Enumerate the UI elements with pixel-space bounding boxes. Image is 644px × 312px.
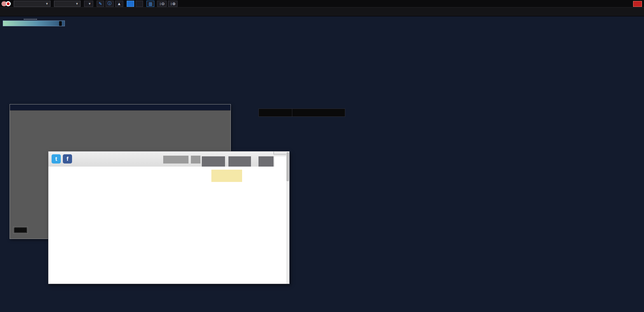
chevron-down-icon: ▼ [45,2,48,5]
scroll-handle[interactable] [24,19,37,20]
table-header-pl [259,109,292,117]
date-badge[interactable] [3,20,65,26]
twitter-icon[interactable]: t [52,154,61,164]
trade-table [258,109,345,117]
news-body [10,115,230,135]
drawing-toolbar [0,8,644,16]
news-titlebar[interactable] [10,104,230,111]
tab-timeseries[interactable] [202,156,225,167]
main-toolbar: ▼ ▼ ▼ ✎ ⓘ ▲ ▥ ↕⊖ ↕⊕ [0,0,644,8]
japan-flag-icon [5,1,11,6]
latest-candle-button[interactable] [59,21,62,26]
timeframe-select[interactable]: ▼ [54,1,81,7]
ask-button[interactable] [136,1,143,7]
widget-scrollbar[interactable] [286,152,289,284]
pencil-icon[interactable]: ✎ [97,1,104,7]
yield-time [211,170,242,182]
yield-chart-canvas[interactable] [48,184,290,276]
chevron-down-icon: ▼ [88,2,91,5]
news-headline [10,111,230,115]
news-byline [10,135,230,140]
currency-flags-icon [1,1,12,6]
tab-longterm[interactable] [228,156,251,167]
technical-select-button[interactable]: ▼ [84,1,93,7]
area-chart-icon[interactable]: ▲ [115,1,123,7]
table-header-datetime [292,109,345,117]
zoom-v-out-icon[interactable]: ↕⊖ [157,1,167,7]
pair-select[interactable]: ▼ [14,1,51,7]
bond-yield-widget: t f [48,151,290,284]
chevron-down-icon: ▼ [75,2,79,5]
candle-chart-icon[interactable]: ▥ [146,1,154,7]
tab-1week[interactable] [258,156,274,167]
bid-button[interactable] [127,1,134,7]
alert-icon[interactable] [633,1,642,7]
facebook-icon[interactable]: f [63,154,72,164]
trading-app: ▼ ▼ ▼ ✎ ⓘ ▲ ▥ ↕⊖ ↕⊕ [0,0,644,312]
info-icon[interactable]: ⓘ [106,1,114,7]
old-button[interactable] [13,227,28,233]
bloomberg-button[interactable] [163,156,188,164]
yahoo-button[interactable] [191,156,200,164]
zoom-v-in-icon[interactable]: ↕⊕ [168,1,178,7]
